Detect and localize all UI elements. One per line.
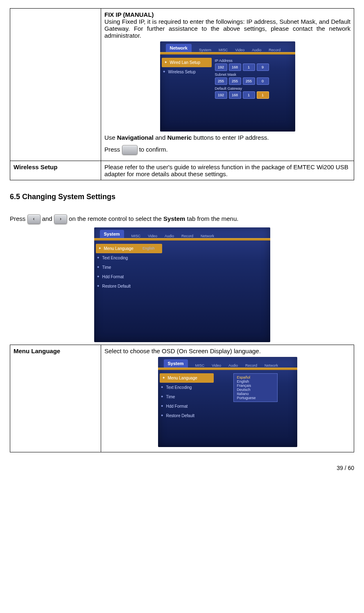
left-button-icon: ‹ bbox=[27, 214, 41, 224]
ip-octet: 1 bbox=[243, 64, 255, 71]
tab-other: MISC bbox=[195, 363, 205, 368]
screenshot-system: System MISC Video Audio Record Network M… bbox=[94, 227, 270, 342]
label-mask: Subnet Mask bbox=[215, 73, 292, 77]
text: on the remote control to select the bbox=[69, 215, 163, 222]
cell-wireless-label: Wireless Setup bbox=[10, 161, 101, 180]
tabbar: System MISC Video Audio Record Network bbox=[158, 357, 297, 368]
right-pane bbox=[164, 241, 270, 342]
sidebar-item: Hdd Format bbox=[158, 402, 215, 411]
tab-other: Video bbox=[148, 234, 157, 238]
sidebar-item-wired: Wired Lan Setup bbox=[162, 58, 212, 67]
tab-network: Network bbox=[166, 44, 192, 52]
text: Press bbox=[104, 146, 122, 153]
tab-system: System bbox=[164, 359, 188, 368]
ip-octet: 168 bbox=[229, 64, 241, 71]
tab-other: MISC bbox=[219, 48, 228, 52]
mask-octet: 255 bbox=[243, 77, 255, 85]
menu-text: Select to choose the OSD (On Screen Disp… bbox=[104, 347, 350, 354]
cell-fixip: FIX IP (MANUAL) Using Fixed IP, it is re… bbox=[101, 9, 354, 161]
right-button-icon: › bbox=[54, 214, 67, 224]
text-bold: Navigational bbox=[117, 134, 154, 141]
value-english: English bbox=[142, 246, 155, 250]
text: Press bbox=[10, 215, 27, 222]
tab-other: Audio bbox=[165, 234, 174, 238]
cell-empty bbox=[10, 9, 101, 161]
mask-octet: 255 bbox=[215, 77, 227, 85]
sidebar-item: Restore Default bbox=[94, 282, 164, 291]
tab-other: Video bbox=[235, 48, 244, 52]
use-line: Use Navigational and Numeric buttons to … bbox=[104, 134, 350, 141]
tab-other: Record bbox=[245, 363, 257, 368]
section-heading: 6.5 Changing System Settings bbox=[10, 193, 354, 201]
screenshot-network: Network System MISC Video Audio Record W… bbox=[160, 41, 295, 132]
tabbar: Network System MISC Video Audio Record bbox=[160, 41, 295, 52]
gw-octet-selected: 1 bbox=[257, 91, 269, 99]
settings-body: Menu Language English Text Encoding Time… bbox=[94, 241, 270, 342]
lang-option: English bbox=[237, 379, 274, 384]
lang-option: Italiano bbox=[237, 392, 274, 396]
gw-row: 192 168 1 1 bbox=[215, 91, 292, 99]
sidebar-item: Hdd Format bbox=[94, 272, 164, 282]
sidebar-item-menu-language: Menu Language English bbox=[96, 244, 162, 253]
label-gw: Default Gateway bbox=[215, 86, 292, 91]
lang-option: Français bbox=[237, 384, 274, 388]
mask-octet: 0 bbox=[257, 77, 269, 85]
sidebar-item: Text Encoding bbox=[94, 253, 164, 263]
settings-body: Wired Lan Setup Wireless Setup IP Addres… bbox=[160, 54, 295, 132]
tab-other: Record bbox=[181, 234, 193, 238]
ip-octet: 9 bbox=[257, 64, 269, 71]
tab-other: Record bbox=[269, 48, 280, 52]
ip-octet: 192 bbox=[215, 64, 227, 71]
sidebar-item: Restore Default bbox=[158, 411, 215, 420]
lang-option: Deutsch bbox=[237, 388, 274, 392]
text-bold: System bbox=[163, 215, 185, 222]
mask-row: 255 255 255 0 bbox=[215, 77, 292, 85]
ok-button-icon bbox=[122, 145, 138, 155]
sidebar-item-menu-language: Menu Language bbox=[160, 373, 214, 383]
sidebar-item: Text Encoding bbox=[158, 383, 215, 392]
tab-other: Network bbox=[265, 363, 278, 368]
tabbar: System MISC Video Audio Record Network bbox=[94, 227, 270, 238]
tab-other: Audio bbox=[228, 363, 238, 368]
text: to confirm. bbox=[139, 146, 168, 153]
settings-body: Menu Language Text Encoding Time Hdd For… bbox=[158, 370, 297, 447]
cell-menu-label: Menu Language bbox=[10, 345, 101, 452]
language-list: Español English Français Deutsch Italian… bbox=[233, 373, 278, 402]
press-line: Press to confirm. bbox=[104, 145, 350, 155]
right-pane: Español English Français Deutsch Italian… bbox=[215, 370, 297, 447]
gw-octet: 1 bbox=[243, 91, 255, 99]
sidebar-item-wireless: Wireless Setup bbox=[160, 67, 213, 77]
sidebar-item: Time bbox=[158, 392, 215, 402]
right-pane: IP Address 192 168 1 9 Subnet Mask 255 2… bbox=[213, 54, 295, 132]
tab-other: Audio bbox=[252, 48, 261, 52]
tab-system: System bbox=[100, 230, 124, 238]
tab-other: MISC bbox=[131, 234, 141, 238]
tab-other: Network bbox=[201, 234, 214, 238]
page-number: 39 / 60 bbox=[10, 465, 354, 471]
gw-octet: 192 bbox=[215, 91, 227, 99]
label-ip: IP Address bbox=[215, 59, 292, 63]
sidebar: Menu Language Text Encoding Time Hdd For… bbox=[158, 370, 215, 447]
lang-option-selected: Español bbox=[237, 375, 274, 379]
cell-menu-content: Select to choose the OSD (On Screen Disp… bbox=[101, 345, 354, 452]
text: Use bbox=[104, 134, 117, 141]
sidebar: Menu Language English Text Encoding Time… bbox=[94, 241, 164, 342]
screenshot-language: System MISC Video Audio Record Network M… bbox=[158, 357, 297, 447]
gw-octet: 168 bbox=[229, 91, 241, 99]
tab-other: Video bbox=[212, 363, 221, 368]
ip-row: 192 168 1 9 bbox=[215, 64, 292, 71]
lang-option: Portuguese bbox=[237, 396, 274, 400]
table-menu-language: Menu Language Select to choose the OSD (… bbox=[10, 345, 354, 452]
cell-wireless-text: Please refer to the user's guide to wire… bbox=[101, 161, 354, 180]
fixip-title: FIX IP (MANUAL) bbox=[104, 11, 350, 18]
press-system-line: Press ‹ and › on the remote control to s… bbox=[10, 214, 354, 224]
sidebar: Wired Lan Setup Wireless Setup bbox=[160, 54, 213, 132]
text: and bbox=[42, 215, 54, 222]
table-network-settings: FIX IP (MANUAL) Using Fixed IP, it is re… bbox=[10, 8, 354, 180]
text: and bbox=[154, 134, 167, 141]
text-bold: Numeric bbox=[167, 134, 192, 141]
fixip-para: Using Fixed IP, it is required to enter … bbox=[104, 18, 350, 39]
sidebar-label: Menu Language bbox=[104, 246, 133, 251]
sidebar-item: Time bbox=[94, 263, 164, 272]
text: buttons to enter IP address. bbox=[192, 134, 269, 141]
